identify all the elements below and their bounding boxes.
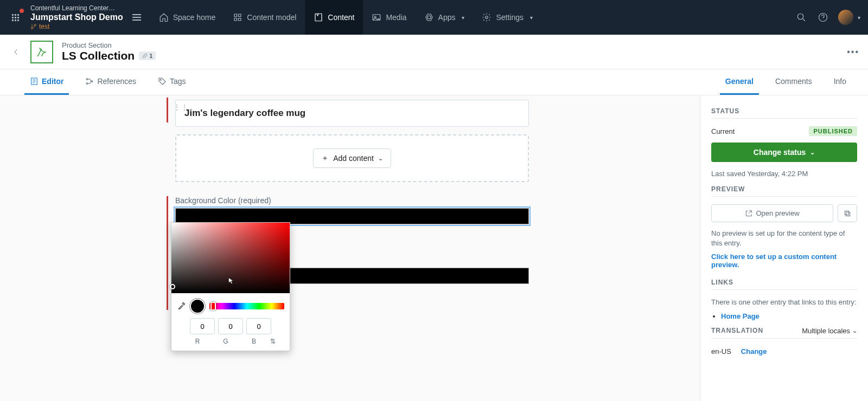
sidebar: STATUS Current PUBLISHED Change status ⌄…: [700, 95, 868, 401]
reference-card[interactable]: Jim's legendary coffee mug: [175, 100, 529, 127]
color-swatch: [190, 299, 205, 314]
svg-point-10: [160, 79, 161, 80]
open-preview-button[interactable]: Open preview: [711, 204, 833, 222]
preview-heading: PREVIEW: [711, 185, 857, 193]
entry-header: Product Section LS Collection 1 •••: [0, 35, 868, 69]
linked-entry-link[interactable]: Home Page: [721, 312, 760, 320]
copy-preview-button[interactable]: [838, 204, 857, 222]
add-content-zone: ＋ Add content ⌄: [175, 134, 529, 182]
tabs-row: Editor References Tags General Comments …: [0, 69, 868, 95]
link-icon: [142, 53, 148, 59]
search-button[interactable]: [790, 7, 812, 28]
tab-comments[interactable]: Comments: [770, 69, 818, 95]
nav-item-content-model[interactable]: Content model: [224, 0, 305, 35]
change-status-button[interactable]: Change status ⌄: [711, 143, 857, 162]
mouse-cursor-icon: [228, 276, 235, 286]
tab-general[interactable]: General: [720, 69, 759, 95]
help-button[interactable]: [812, 7, 834, 28]
setup-preview-link[interactable]: Click here to set up a custom content pr…: [711, 253, 837, 269]
last-saved-text: Last saved Yesterday, 4:22 PM: [711, 170, 857, 178]
r-label: R: [185, 338, 210, 345]
references-field: ⋮⋮ Jim's legendary coffee mug ＋ Add cont…: [171, 100, 529, 182]
chevron-down-icon[interactable]: ▾: [858, 15, 860, 21]
space-name: Jumpstart Shop Demo: [30, 12, 123, 22]
editor-icon: [30, 77, 39, 86]
external-link-icon: [745, 210, 752, 217]
field-required-indicator: [167, 98, 168, 122]
tab-editor[interactable]: Editor: [24, 69, 69, 95]
media-icon: [372, 12, 381, 22]
b-label: B: [241, 338, 266, 345]
svg-rect-12: [845, 211, 848, 215]
link-count-badge[interactable]: 1: [139, 51, 156, 60]
nav-item-apps[interactable]: Apps ▾: [416, 0, 474, 35]
nav-item-space-home[interactable]: Space home: [150, 0, 225, 35]
links-text: There is one other entry that links to t…: [711, 297, 857, 307]
content-type-icon: [30, 41, 53, 63]
env-label: test: [30, 23, 123, 30]
entry-title-block: Product Section LS Collection 1: [62, 41, 156, 62]
entry-title: LS Collection 1: [62, 49, 156, 62]
space-info[interactable]: Contentful Learning Center… Jumpstart Sh…: [30, 4, 123, 30]
status-heading: STATUS: [711, 107, 857, 115]
user-avatar[interactable]: [838, 10, 853, 25]
color-r-input[interactable]: [190, 318, 215, 334]
copy-icon: [844, 210, 851, 217]
eyedropper-button[interactable]: [177, 302, 186, 311]
search-icon: [796, 12, 806, 22]
org-name: Contentful Learning Center…: [30, 4, 123, 12]
add-content-button[interactable]: ＋ Add content ⌄: [313, 148, 391, 168]
top-nav: Contentful Learning Center… Jumpstart Sh…: [0, 0, 868, 35]
color-g-input[interactable]: [218, 318, 243, 334]
branch-icon: [30, 23, 37, 30]
chevron-down-icon: ⌄: [810, 149, 815, 156]
svg-rect-11: [846, 212, 850, 216]
content-type-label: Product Section: [62, 41, 156, 49]
g-label: G: [213, 338, 238, 345]
color-b-input[interactable]: [246, 318, 271, 334]
chevron-left-icon: [12, 48, 20, 56]
drag-handle-icon[interactable]: ⋮⋮: [173, 103, 188, 112]
links-heading: LINKS: [711, 279, 857, 286]
editor-main: ⋮⋮ Jim's legendary coffee mug ＋ Add cont…: [0, 95, 700, 401]
svg-point-7: [86, 79, 88, 80]
entry-actions-button[interactable]: •••: [847, 47, 859, 57]
tag-icon: [158, 77, 167, 86]
back-button[interactable]: [9, 44, 24, 60]
background-color-field: Background Color (required): [171, 196, 529, 310]
field-required-indicator: [167, 196, 168, 310]
tab-tags[interactable]: Tags: [152, 69, 192, 95]
svg-point-4: [797, 14, 803, 20]
saturation-cursor[interactable]: [170, 284, 175, 289]
tab-references[interactable]: References: [80, 69, 142, 95]
gear-icon: [482, 12, 492, 22]
nav-item-media[interactable]: Media: [363, 0, 415, 35]
notification-dot-icon: [20, 9, 24, 13]
nav-item-settings[interactable]: Settings ▾: [473, 0, 541, 35]
change-locale-link[interactable]: Change: [741, 347, 767, 355]
current-label: Current: [711, 127, 735, 135]
help-icon: [818, 12, 828, 22]
multiple-locales-dropdown[interactable]: Multiple locales ⌄: [802, 327, 857, 335]
home-icon: [159, 12, 169, 22]
chevron-down-icon: ▾: [462, 15, 464, 21]
saturation-area[interactable]: [171, 223, 290, 293]
references-icon: [85, 77, 94, 86]
locale-label: en-US: [711, 347, 731, 355]
format-switch-button[interactable]: ⇅: [270, 338, 276, 345]
translation-heading: TRANSLATION: [711, 327, 763, 334]
hue-slider[interactable]: [209, 303, 284, 309]
nav-item-content[interactable]: Content: [305, 0, 363, 35]
status-badge: PUBLISHED: [809, 126, 857, 136]
eyedropper-icon: [177, 302, 186, 311]
app-switcher-button[interactable]: [4, 7, 26, 28]
tab-info[interactable]: Info: [828, 69, 852, 95]
svg-point-8: [86, 83, 88, 85]
no-preview-text: No preview is set up for the content typ…: [711, 229, 857, 248]
svg-point-3: [486, 16, 488, 19]
hue-handle[interactable]: [210, 302, 216, 311]
content-icon: [314, 12, 323, 22]
content-model-icon: [233, 12, 242, 22]
chevron-down-icon: ⌄: [852, 327, 857, 334]
hamburger-button[interactable]: [129, 9, 145, 25]
